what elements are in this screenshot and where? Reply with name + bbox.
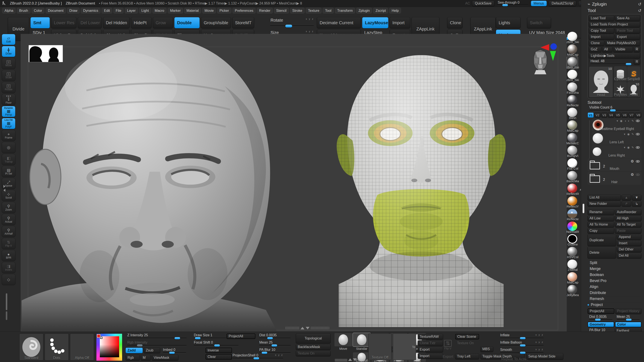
lower-res-button[interactable]: Lower Res [51,17,76,28]
menu-item[interactable]: Macro [152,8,166,13]
move-out-icon[interactable]: ↱ [622,201,631,207]
panel-section-header[interactable]: Remesh [588,296,642,302]
pair-icon[interactable]: ◉ [620,119,622,122]
camera-button[interactable]: ◎ [2,142,16,153]
decimate-current-button[interactable]: Decimate Current [317,17,361,28]
menu-item[interactable]: Color [32,8,44,13]
edit-tool-button[interactable]: ▱ Edit [2,34,16,45]
texture-off-thumbnail[interactable]: Texture Off [368,334,392,360]
dist-slider[interactable]: Dist 0.0035 [588,315,614,321]
make-polymesh3d-button[interactable]: Make PolyMesh3D [605,40,640,46]
focal-shift-slider[interactable]: Focal Shift 0 [192,340,240,347]
zplugin-palette-header[interactable]: ⌁ Zplugin ↺ [588,1,642,7]
menu-item[interactable]: Layer [125,8,138,13]
material-swatch[interactable]: HSVCol [567,246,578,258]
visibility-eye-icon[interactable] [636,146,640,149]
mbs-button[interactable]: MBS [480,346,493,352]
flag-icon[interactable]: ▾ [617,119,618,122]
menu-item[interactable]: Picker [217,8,231,13]
move-down-icon[interactable]: ▼ [632,195,642,200]
copy-subtool-button[interactable]: Copy [588,228,614,234]
rename-button[interactable]: Rename [588,209,614,215]
visibility-eye-icon[interactable] [636,173,640,176]
goz-all-button[interactable]: All [602,46,612,52]
material-swatch[interactable]: MatCap [567,44,578,56]
visible-count-slider[interactable]: Visible Count 6 [588,105,642,112]
smt-button[interactable]: Smt [30,17,50,28]
visibility-tab[interactable]: V3 [601,112,608,118]
material-swatch[interactable]: JellyBea [567,284,578,296]
material-swatch[interactable]: MetalicC [567,132,578,145]
tray-left-button[interactable]: Tray Left [455,354,479,359]
material-swatch[interactable]: zbro_Ski [567,69,578,81]
current-brush-thumbnail[interactable]: Standard [19,334,43,361]
mean-slider-shelf[interactable]: Mean 25 [258,340,292,347]
subtool-section-title[interactable]: Subtool [588,100,642,105]
projectall-button[interactable]: ProjectAll [588,308,614,314]
gear-icon[interactable]: ⚙ [631,159,634,164]
zadd-button[interactable]: Zadd [126,348,143,353]
material-swatch[interactable]: Reflecte [567,208,578,220]
clear-button[interactable]: Clear [206,354,232,360]
left-scrollbar[interactable] [6,293,7,310]
z-intensity-slider[interactable]: Z Intensity 25 [126,333,188,340]
visibility-eye-icon[interactable] [636,120,640,122]
axis-y-icon[interactable] [550,51,556,61]
new-folder-button[interactable]: New Folder [588,201,621,207]
head-r-button[interactable]: R [634,59,640,64]
draw-tool-button[interactable]: ╋ Draw [2,46,16,57]
rotate-tool-button[interactable]: R Rotate [2,82,16,93]
project-geometry-button[interactable]: Geometry [588,322,614,327]
list-all-button[interactable]: List All [588,195,621,200]
saturation-square[interactable] [100,336,119,357]
texture-on-button[interactable]: Texture On [296,351,330,356]
left-scrollbar-2[interactable] [6,311,7,320]
pair-icon[interactable]: ◉ [627,146,630,149]
all-high-button[interactable]: All High [615,216,642,221]
material-swatch[interactable]: Blinn [567,107,578,119]
clone-tool-button[interactable]: Clone [589,40,604,46]
subtool-scrollbar[interactable] [582,204,584,213]
material-swatch[interactable]: MatCap [567,272,578,284]
visibility-tab[interactable]: V1 [588,112,594,118]
material-swatch[interactable]: ZMetal [567,259,578,271]
paste-subtool-button[interactable]: Paste [615,228,642,234]
import-button[interactable]: Import [390,17,410,28]
menu-item[interactable]: Tool [323,8,334,13]
frame-button[interactable]: ⌖ Frame [2,130,16,141]
rotate-slider[interactable]: Rotatex y z [268,17,316,28]
visibility-tab[interactable]: V8 [635,112,642,118]
panel-section-header[interactable]: Boolean [588,272,642,278]
material-swatch[interactable]: Outline [567,234,578,246]
save-as-button[interactable]: Save As [615,15,640,21]
floor-button[interactable]: x y z ↧ Floor [2,94,16,105]
m-button[interactable]: M [141,355,151,361]
menu-item[interactable]: Draw [67,8,80,13]
tool-thumbnail-head[interactable]: 10 Head [589,66,613,98]
menu-item[interactable]: Render [257,8,273,13]
aahalf-button[interactable]: ⚲ AAHalf [2,226,16,237]
backfacemask-button[interactable]: BackfaceMask [296,344,330,350]
bpr-button[interactable]: ● BPR [2,250,16,261]
clone-button[interactable]: Clone [447,17,462,28]
storemt-button[interactable]: StoreMT [232,17,254,28]
flag-icon[interactable]: ▾ [624,146,625,149]
menu-item[interactable]: Help [389,8,401,13]
visibility-tab[interactable]: V2 [594,112,601,118]
texture-thumbnail[interactable]: Te [393,334,416,360]
menu-item[interactable]: Document [46,8,66,13]
move-tool-button[interactable]: M Move [2,58,16,69]
hidept-button[interactable]: HidePt [131,17,152,28]
projectall-button-shelf[interactable]: ProjectAll [226,334,256,339]
lightbox-tools-button[interactable]: Lightbox▶Tools [589,53,640,58]
material-swatch[interactable]: MatCap [567,120,578,132]
topological-button[interactable]: Topological [296,334,330,343]
tool-palette-header[interactable]: Tool ↺ [588,7,642,14]
axis-z-icon[interactable] [550,43,557,50]
insert-button[interactable]: Insert [617,240,642,246]
group-visible-button[interactable]: GroupVisible [201,17,231,28]
panel-section-header[interactable]: Merge [588,266,642,272]
project-section-header[interactable]: Project [588,302,642,308]
viewmask-button[interactable]: ViewMask [152,355,178,361]
uv-icon[interactable]: ◐ [628,119,630,122]
